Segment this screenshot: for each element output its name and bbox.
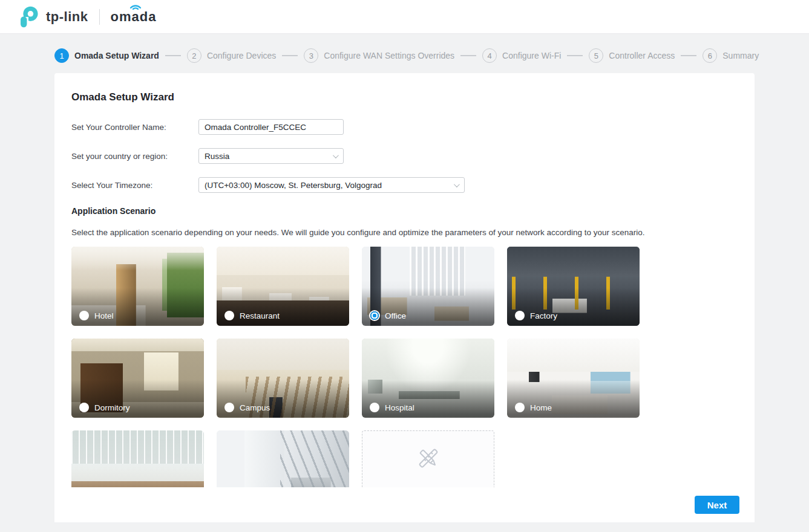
card-content: Omada Setup Wizard Set Your Controller N… xyxy=(54,73,755,510)
hospital-label: Hospital xyxy=(385,403,414,412)
controller-name-label: Set Your Controller Name: xyxy=(71,123,198,132)
restaurant-label: Restaurant xyxy=(240,311,280,320)
scenario-card-restaurant[interactable]: Restaurant xyxy=(217,247,349,326)
chevron-down-icon xyxy=(454,181,460,187)
wizard-step-bar: 1 Omada Setup Wizard 2 Configure Devices… xyxy=(54,34,755,63)
brand-divider xyxy=(99,9,100,25)
step-4-label: Configure Wi-Fi xyxy=(502,51,561,60)
step-2-configure-devices: 2 Configure Devices xyxy=(187,48,276,63)
office-radio-selected[interactable] xyxy=(370,311,379,320)
scenario-card-office[interactable]: Office xyxy=(362,247,494,326)
scenario-card-factory[interactable]: Factory xyxy=(507,247,640,326)
step-2-number: 2 xyxy=(187,48,201,63)
step-5-number: 5 xyxy=(589,48,603,63)
step-connector xyxy=(165,55,181,56)
campus-caption: Campus xyxy=(224,403,270,412)
hotel-caption: Hotel xyxy=(79,311,114,320)
step-2-label: Configure Devices xyxy=(207,51,276,60)
top-header: tp-link omada xyxy=(0,0,809,34)
restaurant-radio[interactable] xyxy=(224,311,234,320)
office-caption: Office xyxy=(370,311,406,320)
timezone-label: Select Your Timezone: xyxy=(71,181,198,190)
hospital-caption: Hospital xyxy=(370,403,414,412)
step-6-number: 6 xyxy=(703,48,717,63)
controller-name-row: Set Your Controller Name: xyxy=(71,119,738,135)
scenario-card-dormitory[interactable]: Dormitory xyxy=(71,339,204,418)
tp-link-wordmark: tp-link xyxy=(46,9,88,25)
step-1-number: 1 xyxy=(54,48,69,63)
step-1-omada-setup-wizard: 1 Omada Setup Wizard xyxy=(54,48,159,63)
step-4-configure-wifi: 4 Configure Wi-Fi xyxy=(482,48,561,63)
step-connector xyxy=(282,55,298,56)
scenario-card-home[interactable]: Home xyxy=(507,339,640,418)
step-6-label: Summary xyxy=(722,51,759,60)
country-label: Set your country or region: xyxy=(71,152,198,161)
application-scenario-heading: Application Scenario xyxy=(71,206,738,216)
campus-radio[interactable] xyxy=(224,403,234,412)
campus-label: Campus xyxy=(240,403,270,412)
chevron-down-icon xyxy=(333,152,339,158)
factory-radio[interactable] xyxy=(515,311,525,320)
country-select[interactable]: Russia xyxy=(198,148,344,164)
controller-name-input[interactable] xyxy=(198,119,344,135)
scenario-card-hotel[interactable]: Hotel xyxy=(71,247,204,326)
timezone-row: Select Your Timezone: (UTC+03:00) Moscow… xyxy=(71,177,738,193)
step-5-controller-access: 5 Controller Access xyxy=(589,48,675,63)
country-row: Set your country or region: Russia xyxy=(71,148,738,164)
factory-caption: Factory xyxy=(515,311,557,320)
step-1-label: Omada Setup Wizard xyxy=(74,51,159,60)
step-connector xyxy=(460,55,476,56)
step-connector xyxy=(567,55,583,56)
card-footer: Next xyxy=(54,487,755,522)
dormitory-radio[interactable] xyxy=(79,403,89,412)
step-6-summary: 6 Summary xyxy=(703,48,759,63)
step-3-configure-wan: 3 Configure WAN Settings Overrides xyxy=(304,48,454,63)
omada-wordmark: omada xyxy=(111,9,157,25)
step-3-number: 3 xyxy=(304,48,318,63)
hotel-label: Hotel xyxy=(94,311,114,320)
step-3-label: Configure WAN Settings Overrides xyxy=(324,51,454,60)
factory-label: Factory xyxy=(530,311,557,320)
pencil-ruler-icon xyxy=(416,446,441,471)
step-4-number: 4 xyxy=(482,48,497,63)
step-connector xyxy=(681,55,696,56)
dormitory-label: Dormitory xyxy=(94,403,130,412)
dormitory-caption: Dormitory xyxy=(79,403,130,412)
application-scenario-description: Select the application scenario dependin… xyxy=(71,228,738,237)
hospital-radio[interactable] xyxy=(370,403,379,412)
page-title: Omada Setup Wizard xyxy=(71,91,738,103)
setup-wizard-card: Omada Setup Wizard Set Your Controller N… xyxy=(54,73,755,522)
scenario-card-campus[interactable]: Campus xyxy=(217,339,349,418)
step-5-label: Controller Access xyxy=(609,51,675,60)
country-selected-value: Russia xyxy=(205,152,229,161)
brand-logos: tp-link omada xyxy=(17,5,156,28)
hotel-radio[interactable] xyxy=(79,311,89,320)
home-label: Home xyxy=(530,403,552,412)
next-button[interactable]: Next xyxy=(695,496,739,514)
wifi-icon xyxy=(129,2,142,10)
scenario-grid: Hotel Restaurant Office xyxy=(71,247,738,510)
restaurant-caption: Restaurant xyxy=(224,311,280,320)
timezone-selected-value: (UTC+03:00) Moscow, St. Petersburg, Volg… xyxy=(205,181,382,190)
office-label: Office xyxy=(385,311,406,320)
home-radio[interactable] xyxy=(515,403,525,412)
home-caption: Home xyxy=(515,403,552,412)
timezone-select[interactable]: (UTC+03:00) Moscow, St. Petersburg, Volg… xyxy=(198,177,465,193)
tp-link-logo-icon xyxy=(17,5,40,28)
scenario-card-hospital[interactable]: Hospital xyxy=(362,339,494,418)
